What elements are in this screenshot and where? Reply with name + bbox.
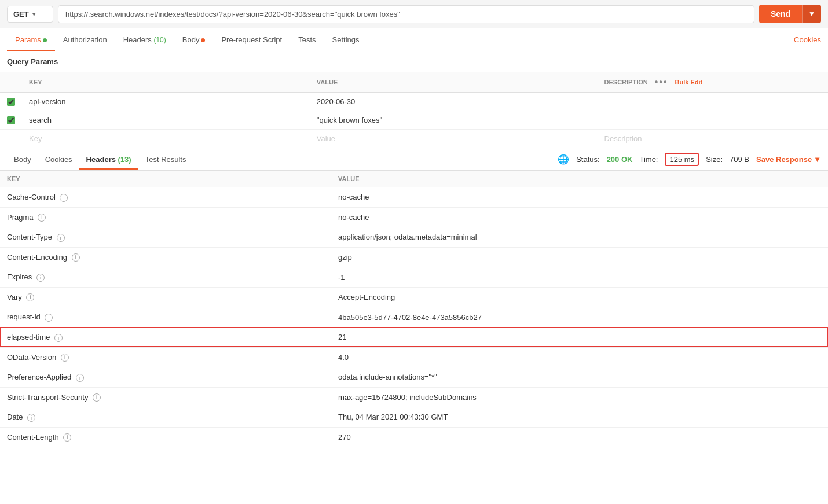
header-val-10: max-age=15724800; includeSubDomains bbox=[331, 387, 828, 407]
info-icon-4[interactable]: i bbox=[36, 274, 45, 282]
resp-tab-cookies[interactable]: Cookies bbox=[38, 149, 79, 170]
params-table: KEY VALUE DESCRIPTION ••• Bulk Edit api-… bbox=[0, 72, 828, 148]
header-key-11: Date i bbox=[0, 407, 331, 428]
key-placeholder[interactable]: Key bbox=[22, 130, 310, 148]
save-chevron-icon: ▼ bbox=[814, 155, 821, 164]
tab-headers[interactable]: Headers (10) bbox=[115, 28, 174, 51]
row1-value: 2020-06-30 bbox=[310, 93, 598, 111]
save-response-button[interactable]: Save Response ▼ bbox=[756, 155, 821, 164]
method-label: GET bbox=[13, 10, 29, 19]
info-icon-3[interactable]: i bbox=[72, 253, 80, 262]
bulk-edit-button[interactable]: Bulk Edit bbox=[675, 79, 703, 86]
time-value: 125 ms bbox=[665, 153, 699, 166]
header-key-3: Content-Encoding i bbox=[0, 247, 331, 267]
send-button-group: Send ▼ bbox=[759, 5, 821, 23]
header-key-5: Vary i bbox=[0, 287, 331, 307]
header-val-0: no-cache bbox=[331, 187, 828, 208]
table-row: Cache-Control i no-cache bbox=[0, 187, 828, 208]
table-row: Preference-Applied i odata.include-annot… bbox=[0, 367, 828, 388]
tab-body[interactable]: Body bbox=[174, 28, 214, 51]
send-main-button[interactable]: Send bbox=[759, 5, 802, 23]
query-params-title: Query Params bbox=[0, 51, 828, 72]
resp-tab-body[interactable]: Body bbox=[7, 149, 38, 170]
tab-params[interactable]: Params bbox=[7, 28, 55, 51]
header-val-11: Thu, 04 Mar 2021 00:43:30 GMT bbox=[331, 407, 828, 428]
header-key-10: Strict-Transport-Security i bbox=[0, 387, 331, 407]
info-icon-1[interactable]: i bbox=[38, 214, 46, 222]
info-icon-0[interactable]: i bbox=[60, 194, 68, 202]
info-icon-9[interactable]: i bbox=[76, 374, 84, 382]
row2-description bbox=[598, 111, 828, 130]
params-th-value: VALUE bbox=[310, 72, 598, 93]
tab-prerequest[interactable]: Pre-request Script bbox=[213, 28, 290, 51]
request-tabs: Params Authorization Headers (10) Body P… bbox=[0, 28, 828, 51]
resp-tab-headers[interactable]: Headers (13) bbox=[79, 149, 138, 170]
headers-badge: (10) bbox=[153, 36, 166, 44]
header-key-1: Pragma i bbox=[0, 207, 331, 227]
table-row: Content-Encoding i gzip bbox=[0, 247, 828, 267]
table-row: OData-Version i 4.0 bbox=[0, 347, 828, 367]
table-row: Strict-Transport-Security i max-age=1572… bbox=[0, 387, 828, 407]
table-row: Expires i -1 bbox=[0, 267, 828, 288]
headers-th-key: KEY bbox=[0, 171, 331, 187]
status-value: 200 OK bbox=[607, 155, 633, 164]
row2-checkbox[interactable] bbox=[7, 116, 15, 124]
header-val-3: gzip bbox=[331, 247, 828, 267]
info-icon-5[interactable]: i bbox=[26, 293, 34, 301]
tab-tests[interactable]: Tests bbox=[290, 28, 324, 51]
table-row: Content-Type i application/json; odata.m… bbox=[0, 227, 828, 248]
table-row: Vary i Accept-Encoding bbox=[0, 287, 828, 307]
info-icon-12[interactable]: i bbox=[63, 433, 71, 442]
header-key-8: OData-Version i bbox=[0, 347, 331, 367]
header-key-9: Preference-Applied i bbox=[0, 367, 331, 388]
params-th-key: KEY bbox=[22, 72, 310, 93]
header-val-8: 4.0 bbox=[331, 347, 828, 367]
info-icon-11[interactable]: i bbox=[27, 414, 35, 422]
row1-key: api-version bbox=[22, 93, 310, 111]
response-status-area: 🌐 Status: 200 OK Time: 125 ms Size: 709 … bbox=[558, 153, 821, 166]
url-input[interactable] bbox=[58, 5, 754, 23]
info-icon-7[interactable]: i bbox=[54, 334, 63, 342]
resp-headers-badge: (13) bbox=[118, 155, 131, 164]
info-icon-2[interactable]: i bbox=[57, 234, 65, 242]
table-row: api-version 2020-06-30 bbox=[0, 93, 828, 111]
info-icon-8[interactable]: i bbox=[61, 354, 69, 362]
row1-checkbox[interactable] bbox=[7, 98, 15, 106]
header-val-9: odata.include-annotations="*" bbox=[331, 367, 828, 388]
header-key-4: Expires i bbox=[0, 267, 331, 288]
table-row: Date i Thu, 04 Mar 2021 00:43:30 GMT bbox=[0, 407, 828, 428]
tab-settings[interactable]: Settings bbox=[324, 28, 368, 51]
method-select[interactable]: GET ▼ bbox=[7, 6, 53, 23]
response-tabs: Body Cookies Headers (13) Test Results 🌐… bbox=[0, 149, 828, 170]
info-icon-6[interactable]: i bbox=[45, 314, 53, 322]
tab-authorization[interactable]: Authorization bbox=[55, 28, 115, 51]
header-key-12: Content-Length i bbox=[0, 427, 331, 447]
resp-tab-testresults[interactable]: Test Results bbox=[138, 149, 193, 170]
table-row: request-id i 4ba505e3-5d77-4702-8e4e-473… bbox=[0, 307, 828, 328]
send-dropdown-button[interactable]: ▼ bbox=[802, 5, 821, 23]
table-row: search "quick brown foxes" bbox=[0, 111, 828, 130]
header-val-2: application/json; odata.metadata=minimal bbox=[331, 227, 828, 248]
header-val-5: Accept-Encoding bbox=[331, 287, 828, 307]
params-more-options[interactable]: ••• bbox=[655, 77, 668, 87]
header-key-0: Cache-Control i bbox=[0, 187, 331, 208]
size-label: Size: bbox=[706, 155, 723, 164]
params-th-checkbox bbox=[0, 72, 22, 93]
description-placeholder[interactable]: Description bbox=[598, 130, 828, 148]
header-val-6: 4ba505e3-5d77-4702-8e4e-473a5856cb27 bbox=[331, 307, 828, 328]
header-val-4: -1 bbox=[331, 267, 828, 288]
status-label: Status: bbox=[576, 155, 599, 164]
header-val-1: no-cache bbox=[331, 207, 828, 227]
body-dot bbox=[201, 38, 205, 42]
url-bar: GET ▼ Send ▼ bbox=[0, 0, 828, 28]
headers-scroll-area: KEY VALUE Cache-Control i no-cache Pragm… bbox=[0, 170, 828, 447]
table-row: elapsed-time i 21 bbox=[0, 327, 828, 347]
cookies-link[interactable]: Cookies bbox=[794, 35, 821, 44]
header-key-7: elapsed-time i bbox=[0, 327, 331, 347]
header-key-2: Content-Type i bbox=[0, 227, 331, 248]
row2-key: search bbox=[22, 111, 310, 130]
headers-th-value: VALUE bbox=[331, 171, 828, 187]
value-placeholder[interactable]: Value bbox=[310, 130, 598, 148]
info-icon-10[interactable]: i bbox=[93, 393, 101, 402]
table-row: Pragma i no-cache bbox=[0, 207, 828, 227]
